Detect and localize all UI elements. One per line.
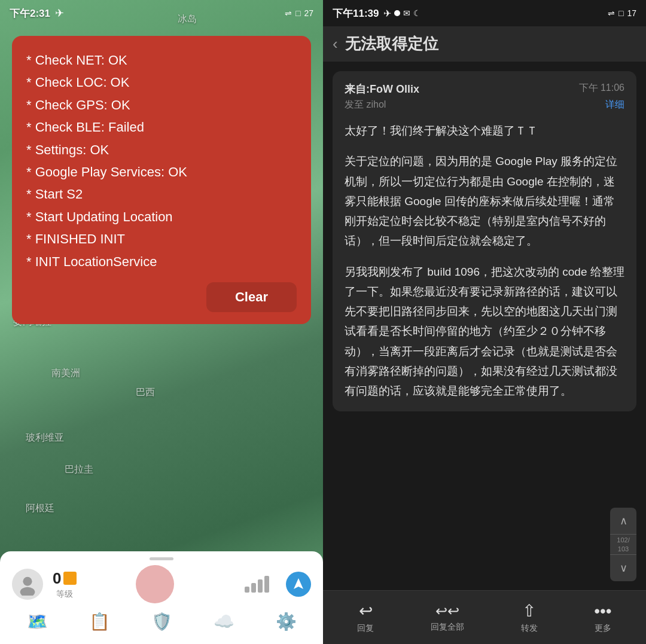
right-status-icons: ✈ ✉ ☾ [383,8,421,19]
status-icons-left: ✈ [55,7,64,20]
message-paragraph-2: 关于定位的问题，因为用的是 Google Play 服务的定位机制，所以一切定位… [345,151,624,251]
status-line-9: * FINISHED INIT [26,228,297,250]
status-time-right: 下午11:39 [333,7,379,20]
telegram-right-icon: ✈ [383,8,391,19]
message-to-row: 发至 zihol 详细 [345,99,624,111]
wifi-right-icon: ⇌ [608,8,615,18]
reply-button[interactable]: ↩ 回复 [357,601,374,634]
back-button[interactable]: ‹ [333,35,338,53]
status-card: * Check NET: OK * Check LOC: OK * Check … [12,36,311,324]
status-line-7: * Start S2 [26,183,297,205]
nav-item-list[interactable]: 📋 [68,612,130,631]
message-paragraph-3: 另我我刚发布了 build 1096，把这次改动的 code 给整理了一下。如果… [345,262,624,401]
list-nav-icon: 📋 [89,612,110,631]
nav-item-shield[interactable]: 🛡️ [130,612,193,631]
scroll-page-info: 102/103 [610,534,636,555]
message-body: 太好了！我们终于解决这个难题了ＴＴ 关于定位的问题，因为用的是 Google P… [345,121,624,401]
message-meta: 来自:FoW Ollix 下午 11:06 [345,82,624,96]
signal-bar-1 [245,587,249,593]
message-from: 来自:FoW Ollix [345,82,419,96]
from-label: 来自: [345,83,370,95]
battery-icon: □ [295,8,300,18]
message-header: ‹ 无法取得定位 [323,26,646,62]
settings-nav-icon: ⚙️ [276,612,297,631]
status-line-4: * Check BLE: Failed [26,116,297,138]
status-dot-1 [394,10,400,16]
battery-right-icon: □ [618,8,623,18]
nav-item-cloud[interactable]: ☁️ [193,612,255,631]
reply-all-label: 回复全部 [431,622,464,633]
message-time: 下午 11:06 [579,82,624,94]
level-section: 0 等级 [53,569,77,600]
location-button[interactable] [286,572,311,597]
level-badge-icon [63,572,77,585]
nav-item-settings[interactable]: ⚙️ [255,612,317,631]
nav-item-map[interactable]: 🗺️ [6,612,68,631]
location-arrow-icon [291,577,306,591]
message-container[interactable]: 来自:FoW Ollix 下午 11:06 发至 zihol 详细 太好了！我们… [323,62,646,590]
record-button[interactable] [136,565,174,603]
svg-point-1 [20,587,35,596]
status-line-2: * Check LOC: OK [26,71,297,93]
map-nav-icon: 🗺️ [27,612,48,631]
status-line-1: * Check NET: OK [26,49,297,71]
clear-button[interactable]: Clear [206,282,297,312]
level-number: 0 [53,569,61,588]
signal-bar-4 [264,576,269,593]
more-label: 更多 [595,623,611,634]
moon-icon: ☾ [413,8,421,18]
status-bar-left: 下午2:31 ✈ ⇌ □ 27 [0,0,323,26]
status-icons-right-left: ⇌ □ 27 [285,8,313,18]
status-bar-right: 下午11:39 ✈ ✉ ☾ ⇌ □ 17 [323,0,646,26]
wifi-icon: ⇌ [285,8,292,18]
battery-level-left: 27 [304,8,313,18]
right-panel: 下午11:39 ✈ ✉ ☾ ⇌ □ 17 ‹ 无法取得定位 来自:FoW Oll… [323,0,646,644]
scroll-controls: ∧ 102/103 ∨ [610,508,636,581]
drag-handle [150,557,173,560]
more-button[interactable]: ••• 更多 [594,602,611,634]
message-card: 来自:FoW Ollix 下午 11:06 发至 zihol 详细 太好了！我们… [333,71,636,411]
forward-label: 转发 [521,623,538,634]
telegram-icon: ✈ [55,7,64,20]
avatar-icon [16,573,39,596]
signal-bar-2 [251,583,256,593]
bottom-bar-left: 0 等级 🗺️ 📋 [0,551,323,644]
signal-bar-3 [258,579,263,593]
left-panel: 冰岛 英国 韩国 法国 意大利 西班牙 摩洛哥 塞拉利昂 日本 安提瓜和巴布达 … [0,0,323,644]
avatar[interactable] [12,569,43,600]
from-name: FoW Ollix [370,83,419,95]
stats-row: 0 等级 [0,565,323,603]
forward-icon: ⇧ [522,601,536,621]
shield-nav-icon: 🛡️ [151,612,172,631]
message-to-label: 发至 zihol [345,99,386,111]
mail-icon: ✉ [403,8,410,18]
bottom-action-bar: ↩ 回复 ↩↩ 回复全部 ⇧ 转发 ••• 更多 [323,590,646,644]
reply-all-button[interactable]: ↩↩ 回复全部 [431,603,464,633]
level-label: 等级 [56,589,73,600]
status-line-3: * Check GPS: OK [26,94,297,116]
svg-point-0 [23,577,32,586]
status-time-left: 下午2:31 [10,7,50,20]
battery-level-right: 17 [627,8,636,18]
status-line-8: * Start Updating Location [26,206,297,228]
cloud-nav-icon: ☁️ [214,612,234,631]
message-paragraph-1: 太好了！我们终于解决这个难题了ＴＴ [345,121,624,141]
status-line-5: * Settings: OK [26,139,297,161]
detail-link[interactable]: 详细 [605,99,624,111]
scroll-up-button[interactable]: ∧ [610,508,636,534]
signal-bars [245,576,269,593]
page-title: 无法取得定位 [345,33,438,54]
reply-label: 回复 [357,623,374,634]
more-icon: ••• [594,602,611,621]
status-text: * Check NET: OK * Check LOC: OK * Check … [26,49,297,273]
right-status-right: ⇌ □ 17 [608,8,636,18]
scroll-down-button[interactable]: ∨ [610,555,636,581]
reply-all-icon: ↩↩ [435,603,459,619]
status-line-10: * INIT LocationService [26,251,297,273]
forward-button[interactable]: ⇧ 转发 [521,601,538,634]
reply-icon: ↩ [359,601,373,621]
status-line-6: * Google Play Services: OK [26,161,297,183]
bottom-nav-left: 🗺️ 📋 🛡️ ☁️ ⚙️ [0,612,323,631]
